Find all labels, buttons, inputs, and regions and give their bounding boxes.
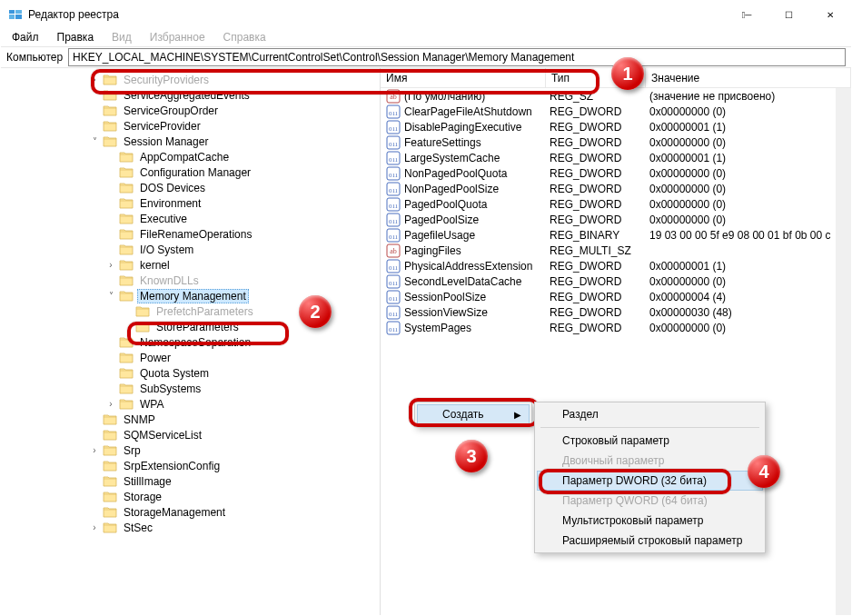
menu-edit[interactable]: Правка — [52, 30, 100, 45]
tree-pane[interactable]: ›SecurityProvidersServiceAggregatedEvent… — [1, 68, 381, 616]
address-input[interactable]: HKEY_LOCAL_MACHINE\SYSTEM\CurrentControl… — [68, 48, 846, 66]
expander-icon[interactable]: › — [88, 74, 101, 86]
value-row[interactable]: 011SecondLevelDataCacheREG_DWORD0x000000… — [381, 273, 851, 289]
submenu-item[interactable]: Двоичный параметр — [537, 451, 763, 471]
tree-item[interactable]: ›StSec — [6, 520, 380, 535]
tree-item[interactable]: PrefetchParameters — [6, 303, 380, 319]
value-name: SystemPages — [404, 322, 550, 334]
menu-fav[interactable]: Избранное — [144, 30, 211, 45]
tree-item[interactable]: Executive — [6, 211, 380, 226]
folder-icon — [119, 258, 134, 273]
menu-item-new[interactable]: Создать ▶ — [417, 404, 530, 424]
value-row[interactable]: 011SystemPagesREG_DWORD0x00000000 (0) — [381, 320, 851, 335]
value-data: 0x00000000 (0) — [649, 198, 851, 211]
submenu-item[interactable]: Раздел — [537, 404, 763, 424]
scrollbar-vertical[interactable] — [836, 88, 851, 616]
maximize-button[interactable]: ☐ — [768, 1, 809, 28]
col-type[interactable]: Тип — [546, 68, 646, 87]
menu-view[interactable]: Вид — [106, 30, 137, 45]
value-name: SessionPoolSize — [404, 291, 550, 303]
tree-item[interactable]: Quota System — [6, 365, 380, 381]
tree-item-label: Srp — [121, 444, 144, 457]
tree-item[interactable]: ˅Memory Management — [6, 288, 380, 303]
tree-item[interactable]: Environment — [6, 195, 380, 211]
minimize-button[interactable]: ─ — [726, 1, 768, 28]
value-row[interactable]: 011SessionPoolSizeREG_DWORD0x00000004 (4… — [381, 289, 851, 304]
window-buttons: ─ ☐ ✕ — [726, 1, 851, 28]
tree-item-label: ServiceAggregatedEvents — [121, 89, 253, 102]
value-row[interactable]: 011DisablePagingExecutiveREG_DWORD0x0000… — [381, 119, 851, 134]
tree-item[interactable]: Storage — [6, 489, 380, 504]
value-row[interactable]: 011FeatureSettingsREG_DWORD0x00000000 (0… — [381, 134, 851, 150]
close-button[interactable]: ✕ — [809, 1, 851, 28]
tree-item[interactable]: ServiceAggregatedEvents — [6, 87, 380, 103]
menu-file[interactable]: Файл — [6, 30, 45, 45]
value-row[interactable]: 011ClearPageFileAtShutdownREG_DWORD0x000… — [381, 104, 851, 119]
value-row[interactable]: 011SessionViewSizeREG_DWORD0x00000030 (4… — [381, 304, 851, 320]
submenu-item[interactable]: Расширяемый строковый параметр — [537, 531, 763, 551]
tree-item[interactable]: StorageManagement — [6, 504, 380, 520]
svg-text:ab: ab — [390, 247, 397, 255]
expander-icon[interactable]: › — [104, 398, 117, 411]
submenu-item[interactable]: Параметр QWORD (64 бита) — [537, 491, 763, 511]
folder-icon — [119, 181, 134, 195]
tree-item[interactable]: NamespaceSeparation — [6, 334, 380, 350]
menu-help[interactable]: Справка — [218, 30, 272, 45]
tree-item[interactable]: KnownDLLs — [6, 273, 380, 288]
svg-text:011: 011 — [389, 171, 399, 178]
tree-item[interactable]: StoreParameters — [6, 319, 380, 334]
submenu-item[interactable]: Мультистроковый параметр — [537, 511, 763, 531]
value-name: ClearPageFileAtShutdown — [404, 105, 550, 118]
list-body[interactable]: ab(По умолчанию)REG_SZ(значение не присв… — [381, 88, 851, 335]
tree-item[interactable]: Power — [6, 350, 380, 365]
value-data: 0x00000030 (48) — [649, 306, 851, 319]
tree-item[interactable]: SNMP — [6, 412, 380, 427]
expander-icon[interactable]: › — [88, 522, 101, 534]
col-value[interactable]: Значение — [646, 68, 851, 87]
value-row[interactable]: 011PagefileUsageREG_BINARY19 03 00 00 5f… — [381, 227, 851, 243]
value-data: 0x00000000 (0) — [649, 105, 851, 118]
submenu-item-dword[interactable]: Параметр DWORD (32 бита) — [537, 471, 763, 491]
value-row[interactable]: ab(По умолчанию)REG_SZ(значение не присв… — [381, 88, 851, 104]
expander-icon[interactable]: ˅ — [88, 135, 101, 148]
value-row[interactable]: 011PagedPoolSizeREG_DWORD0x00000000 (0) — [381, 212, 851, 227]
value-name: LargeSystemCache — [404, 152, 550, 164]
svg-text:011: 011 — [389, 233, 399, 240]
value-row[interactable]: 011NonPagedPoolSizeREG_DWORD0x00000000 (… — [381, 181, 851, 196]
menu-separator — [540, 427, 759, 428]
expander-icon[interactable]: › — [104, 259, 117, 272]
tree-item[interactable]: AppCompatCache — [6, 149, 380, 164]
folder-icon — [119, 227, 134, 242]
tree-item[interactable]: ServiceGroupOrder — [6, 103, 380, 118]
value-row[interactable]: 011PagedPoolQuotaREG_DWORD0x00000000 (0) — [381, 196, 851, 212]
expander-icon[interactable]: ˅ — [104, 290, 117, 303]
tree-item[interactable]: I/O System — [6, 242, 380, 257]
tree-item[interactable]: SubSystems — [6, 381, 380, 396]
value-data: 0x00000000 (0) — [649, 275, 851, 288]
col-name[interactable]: Имя — [381, 68, 546, 87]
value-row[interactable]: 011PhysicalAddressExtensionREG_DWORD0x00… — [381, 258, 851, 273]
value-row[interactable]: 011NonPagedPoolQuotaREG_DWORD0x00000000 … — [381, 165, 851, 181]
tree-item[interactable]: SrpExtensionConfig — [6, 458, 380, 473]
tree-item[interactable]: ›kernel — [6, 257, 380, 273]
value-row[interactable]: 011LargeSystemCacheREG_DWORD0x00000001 (… — [381, 150, 851, 165]
folder-icon — [103, 474, 117, 489]
titlebar: Редактор реестра ─ ☐ ✕ — [1, 1, 851, 28]
tree-item[interactable]: ›WPA — [6, 396, 380, 412]
tree-item-label: Environment — [137, 197, 203, 210]
svg-text:011: 011 — [389, 279, 399, 286]
value-icon: 011 — [386, 104, 401, 119]
value-type: REG_MULTI_SZ — [550, 244, 649, 257]
tree-item[interactable]: ServiceProvider — [6, 118, 380, 134]
value-row[interactable]: abPagingFilesREG_MULTI_SZ — [381, 243, 851, 258]
tree-item[interactable]: SQMServiceList — [6, 427, 380, 442]
tree-item[interactable]: Configuration Manager — [6, 164, 380, 180]
submenu-item[interactable]: Строковый параметр — [537, 431, 763, 451]
tree-item[interactable]: ˅Session Manager — [6, 134, 380, 149]
tree-item[interactable]: StillImage — [6, 473, 380, 489]
tree-item[interactable]: ›Srp — [6, 442, 380, 458]
tree-item[interactable]: DOS Devices — [6, 180, 380, 195]
expander-icon[interactable]: › — [88, 444, 101, 457]
tree-item[interactable]: ›SecurityProviders — [6, 72, 380, 87]
tree-item[interactable]: FileRenameOperations — [6, 226, 380, 242]
